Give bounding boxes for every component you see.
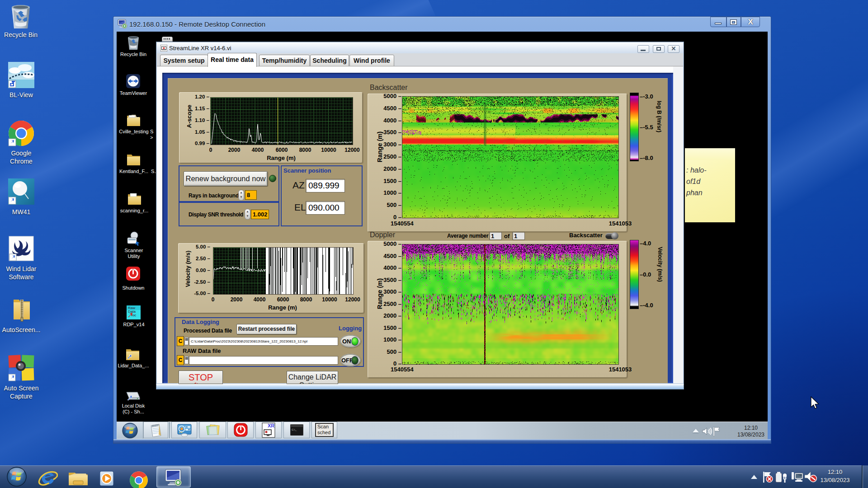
svg-text:XR: XR [268,423,274,428]
svg-text:C:\_: C:\_ [292,428,297,431]
